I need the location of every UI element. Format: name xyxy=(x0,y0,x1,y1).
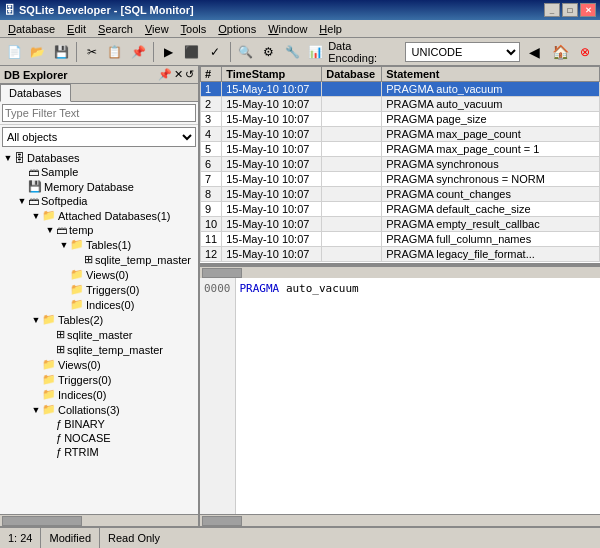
table-row[interactable]: 8 15-May-10 10:07 PRAGMA count_changes xyxy=(201,187,600,202)
tree-label-temp-indices: Indices(0) xyxy=(86,299,134,311)
table-icon-2: ⊞ xyxy=(56,343,65,356)
table-row[interactable]: 6 15-May-10 10:07 PRAGMA synchronous xyxy=(201,157,600,172)
expand-databases-icon[interactable]: ▼ xyxy=(2,153,14,163)
cut-button[interactable]: ✂ xyxy=(81,41,102,63)
databases-icon: 🗄 xyxy=(14,152,25,164)
table-row[interactable]: 12 15-May-10 10:07 PRAGMA legacy_file_fo… xyxy=(201,247,600,262)
table-row[interactable]: 2 15-May-10 10:07 PRAGMA auto_vacuum xyxy=(201,97,600,112)
tree-item-nocase[interactable]: ƒ NOCASE xyxy=(2,431,196,445)
cell-database xyxy=(322,202,382,217)
panel-header: DB Explorer 📌 ✕ ↺ xyxy=(0,66,198,84)
minimize-button[interactable]: _ xyxy=(544,3,560,17)
menu-view[interactable]: View xyxy=(139,21,175,37)
cell-timestamp: 15-May-10 10:07 xyxy=(222,127,322,142)
table-row[interactable]: 11 15-May-10 10:07 PRAGMA full_column_na… xyxy=(201,232,600,247)
toolbar-btn-5[interactable]: ⚙ xyxy=(258,41,279,63)
panel-header-icons: 📌 ✕ ↺ xyxy=(158,68,194,81)
tree-item-sample[interactable]: 🗃 Sample xyxy=(2,165,196,179)
tree-item-indices[interactable]: 📁 Indices(0) xyxy=(2,387,196,402)
table-row[interactable]: 4 15-May-10 10:07 PRAGMA max_page_count xyxy=(201,127,600,142)
sql-content[interactable]: PRAGMA auto_vacuum xyxy=(236,278,601,514)
cell-num: 5 xyxy=(201,142,222,157)
tab-databases[interactable]: Databases xyxy=(0,84,71,102)
tree-item-sqlite-temp-master-2[interactable]: ⊞ sqlite_temp_master xyxy=(2,342,196,357)
tree-item-databases[interactable]: ▼ 🗄 Databases xyxy=(2,151,196,165)
run-button[interactable]: ▶ xyxy=(158,41,179,63)
tree-item-temp-indices[interactable]: 📁 Indices(0) xyxy=(2,297,196,312)
tree-item-attached[interactable]: ▼ 📁 Attached Databases(1) xyxy=(2,208,196,223)
menu-help[interactable]: Help xyxy=(313,21,348,37)
close-panel-icon[interactable]: ✕ xyxy=(174,68,183,81)
save-button[interactable]: 💾 xyxy=(51,41,72,63)
temp-db-icon: 🗃 xyxy=(56,224,67,236)
nav-back-button[interactable]: ◀ xyxy=(524,41,545,63)
cell-statement: PRAGMA synchronous xyxy=(382,157,600,172)
filter-input[interactable] xyxy=(2,104,196,122)
pin-icon[interactable]: 📌 xyxy=(158,68,172,81)
tree-item-temp-triggers[interactable]: 📁 Triggers(0) xyxy=(2,282,196,297)
sql-monitor-table: # TimeStamp Database Statement 1 15-May-… xyxy=(200,66,600,266)
tree-item-sqlite-master[interactable]: ⊞ sqlite_master xyxy=(2,327,196,342)
tree-item-views[interactable]: 📁 Views(0) xyxy=(2,357,196,372)
tree-item-temp[interactable]: ▼ 🗃 temp xyxy=(2,223,196,237)
object-type-select[interactable]: All objects xyxy=(2,127,196,147)
menu-window[interactable]: Window xyxy=(262,21,313,37)
table-row[interactable]: 10 15-May-10 10:07 PRAGMA empty_result_c… xyxy=(201,217,600,232)
editor-h-scrollbar[interactable] xyxy=(200,514,600,526)
menu-database[interactable]: Database xyxy=(2,21,61,37)
table-row[interactable]: 5 15-May-10 10:07 PRAGMA max_page_count … xyxy=(201,142,600,157)
left-panel-scroll-thumb[interactable] xyxy=(2,516,82,526)
tree-item-collations[interactable]: ▼ 📁 Collations(3) xyxy=(2,402,196,417)
tree-item-tables2[interactable]: ▼ 📁 Tables(2) xyxy=(2,312,196,327)
tree-item-softpedia[interactable]: ▼ 🗃 Softpedia xyxy=(2,194,196,208)
table-row[interactable]: 7 15-May-10 10:07 PRAGMA synchronous = N… xyxy=(201,172,600,187)
expand-collations-icon[interactable]: ▼ xyxy=(30,405,42,415)
nav-stop-button[interactable]: ⊗ xyxy=(575,41,596,63)
table-row[interactable]: 3 15-May-10 10:07 PRAGMA page_size xyxy=(201,112,600,127)
table-row[interactable]: 9 15-May-10 10:07 PRAGMA default_cache_s… xyxy=(201,202,600,217)
menu-tools[interactable]: Tools xyxy=(175,21,213,37)
tree-item-rtrim[interactable]: ƒ RTRIM xyxy=(2,445,196,459)
tree-label-memory: Memory Database xyxy=(44,181,134,193)
maximize-button[interactable]: □ xyxy=(562,3,578,17)
paste-button[interactable]: 📌 xyxy=(128,41,149,63)
cell-database xyxy=(322,217,382,232)
table-h-scrollbar[interactable] xyxy=(200,266,600,278)
open-button[interactable]: 📂 xyxy=(27,41,48,63)
left-panel-scrollbar[interactable] xyxy=(0,514,198,526)
expand-tables2-icon[interactable]: ▼ xyxy=(30,315,42,325)
tree-item-memory[interactable]: 💾 Memory Database xyxy=(2,179,196,194)
refresh-icon[interactable]: ↺ xyxy=(185,68,194,81)
cell-num: 11 xyxy=(201,232,222,247)
nav-home-button[interactable]: 🏠 xyxy=(550,41,571,63)
expand-attached-icon[interactable]: ▼ xyxy=(30,211,42,221)
tree-item-temp-views[interactable]: 📁 Views(0) xyxy=(2,267,196,282)
sql-statement-value: auto_vacuum xyxy=(286,282,359,295)
table-h-scroll-thumb[interactable] xyxy=(202,268,242,278)
cell-num: 10 xyxy=(201,217,222,232)
toolbar-btn-6[interactable]: 🔧 xyxy=(282,41,303,63)
encoding-select[interactable]: UNICODE UTF-8 ASCII xyxy=(405,42,521,62)
menu-edit[interactable]: Edit xyxy=(61,21,92,37)
menu-options[interactable]: Options xyxy=(212,21,262,37)
check-button[interactable]: ✓ xyxy=(205,41,226,63)
tree-label-sqlite-master: sqlite_master xyxy=(67,329,132,341)
table-row[interactable]: 1 15-May-10 10:07 PRAGMA auto_vacuum xyxy=(201,82,600,97)
editor-h-scroll-thumb[interactable] xyxy=(202,516,242,526)
tree-item-sqlite-temp-master-1[interactable]: ⊞ sqlite_temp_master xyxy=(2,252,196,267)
expand-temp-icon[interactable]: ▼ xyxy=(44,225,56,235)
copy-button[interactable]: 📋 xyxy=(104,41,125,63)
db-explorer-panel: DB Explorer 📌 ✕ ↺ Databases All objects … xyxy=(0,66,200,526)
stop-button[interactable]: ⬛ xyxy=(181,41,202,63)
tree-item-binary[interactable]: ƒ BINARY xyxy=(2,417,196,431)
toolbar-btn-7[interactable]: 📊 xyxy=(305,41,326,63)
expand-temp-tables-icon[interactable]: ▼ xyxy=(58,240,70,250)
tree-item-temp-tables[interactable]: ▼ 📁 Tables(1) xyxy=(2,237,196,252)
tree-item-triggers[interactable]: 📁 Triggers(0) xyxy=(2,372,196,387)
menu-search[interactable]: Search xyxy=(92,21,139,37)
expand-softpedia-icon[interactable]: ▼ xyxy=(16,196,28,206)
cell-num: 12 xyxy=(201,247,222,262)
toolbar-btn-4[interactable]: 🔍 xyxy=(235,41,256,63)
close-button[interactable]: ✕ xyxy=(580,3,596,17)
new-button[interactable]: 📄 xyxy=(4,41,25,63)
